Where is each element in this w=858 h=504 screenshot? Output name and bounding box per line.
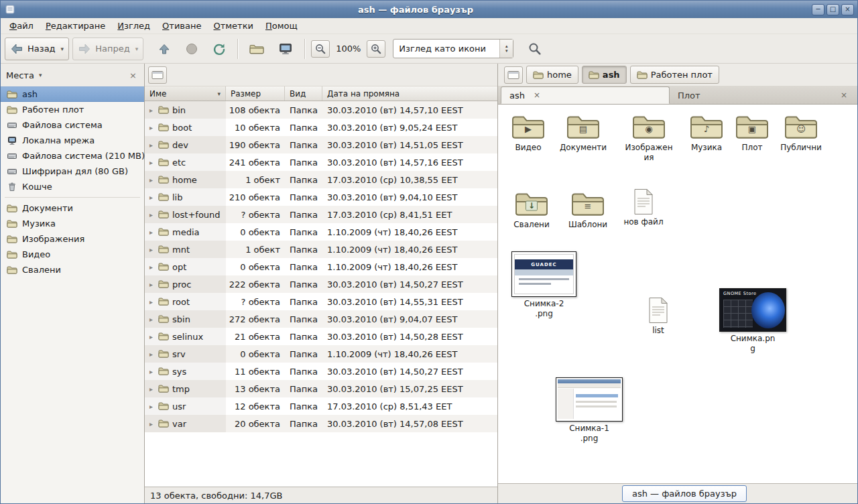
tree-row-opt[interactable]: ▸opt0 обектаПапка1.10.2009 (чт) 18,40,26…: [145, 258, 497, 275]
column-header-date[interactable]: Дата на промяна: [322, 86, 497, 101]
expander-icon[interactable]: ▸: [147, 194, 155, 201]
expander-icon[interactable]: ▸: [147, 403, 155, 410]
path-button-ash[interactable]: ash: [582, 66, 627, 84]
expander-icon[interactable]: ▸: [147, 351, 155, 358]
expander-icon[interactable]: ▸: [147, 281, 155, 288]
sidebar-item-music[interactable]: Музика: [1, 216, 144, 231]
sidebar-item-documents[interactable]: Документи: [1, 200, 144, 216]
expander-icon[interactable]: ▸: [147, 333, 155, 340]
sidebar-item-pictures[interactable]: Изображения: [1, 231, 144, 247]
file-item-snimka-2[interactable]: GUADECСнимка-2.png: [511, 251, 576, 319]
sidebar-pane-selector[interactable]: Места ▾: [6, 70, 127, 80]
sidebar-item-local-network[interactable]: Локална мрежа: [1, 133, 144, 148]
expander-icon[interactable]: ▸: [147, 107, 155, 114]
taskbar-window-button[interactable]: ash — файлов браузър: [622, 485, 747, 502]
computer-button[interactable]: [273, 38, 298, 60]
expander-icon[interactable]: ▸: [147, 420, 155, 428]
sidebar-item-trash[interactable]: Кошче: [1, 179, 144, 194]
file-item-snimka[interactable]: GNOME StoreСнимка.png: [719, 288, 786, 354]
expander-icon[interactable]: ▸: [147, 316, 155, 323]
tree-row-sbin[interactable]: ▸sbin272 обектаПапка30.03.2010 (вт) 9,04…: [145, 310, 497, 328]
tab-close-icon[interactable]: ×: [532, 90, 542, 100]
back-history-chevron-icon[interactable]: ▾: [60, 46, 64, 52]
tree-row-bin[interactable]: ▸bin108 обектаПапка30.03.2010 (вт) 14,57…: [145, 101, 497, 119]
tree-row-mnt[interactable]: ▸mnt1 обектПапка1.10.2009 (чт) 18,40,26 …: [145, 241, 497, 258]
expander-icon[interactable]: ▸: [147, 263, 155, 271]
tree-row-root[interactable]: ▸root? обектаПапка30.03.2010 (вт) 14,55,…: [145, 293, 497, 310]
expander-icon[interactable]: ▸: [147, 229, 155, 236]
sidebar-item-videos[interactable]: Видео: [1, 247, 144, 262]
pathbar-pane-button[interactable]: [504, 66, 523, 84]
menu-edit[interactable]: Редактиране: [40, 18, 111, 34]
expander-icon[interactable]: ▸: [147, 368, 155, 375]
file-item-snimka-1[interactable]: Снимка-1.png: [556, 377, 623, 444]
expander-icon[interactable]: ▸: [147, 176, 155, 184]
tree-row-lib[interactable]: ▸lib210 обектаПапка30.03.2010 (вт) 9,04,…: [145, 188, 497, 206]
file-item-pictures[interactable]: ◉Изображения: [621, 113, 677, 163]
titlebar[interactable]: ash — файлов браузър ─ □ ×: [1, 1, 857, 18]
tree-row-boot[interactable]: ▸boot10 обектаПапка30.03.2010 (вт) 9,05,…: [145, 119, 497, 136]
column-header-name[interactable]: Име▾: [145, 86, 226, 101]
search-button[interactable]: [522, 38, 548, 60]
file-item-public[interactable]: ☺Публични: [773, 113, 829, 153]
file-item-downloads[interactable]: ↓Свалени: [503, 190, 560, 230]
tree-row-proc[interactable]: ▸proc222 обектаПапка30.03.2010 (вт) 14,5…: [145, 275, 497, 293]
up-button[interactable]: [152, 38, 176, 60]
expander-icon[interactable]: ▸: [147, 124, 155, 131]
tree-row-srv[interactable]: ▸srv0 обектаПапка1.10.2009 (чт) 18,40,26…: [145, 345, 497, 363]
file-item-desktop[interactable]: ▣Плот: [724, 113, 780, 153]
tree-row-lost+found[interactable]: ▸lost+found? обектаПапка17.03.2010 (ср) …: [145, 206, 497, 223]
expander-icon[interactable]: ▸: [147, 211, 155, 218]
stop-button[interactable]: [180, 38, 204, 60]
menu-bookmarks[interactable]: Отметки: [208, 18, 260, 34]
tree-row-media[interactable]: ▸media0 обектаПапка1.10.2009 (чт) 18,40,…: [145, 223, 497, 241]
menu-help[interactable]: Помощ: [259, 18, 304, 34]
zoom-in-button[interactable]: [367, 40, 385, 58]
tab-plot[interactable]: Плот ×: [670, 86, 857, 104]
view-mode-select[interactable]: Изглед като икони ▴▾: [393, 39, 513, 58]
tree-row-selinux[interactable]: ▸selinux21 обектаПапка30.03.2010 (вт) 14…: [145, 328, 497, 345]
sidebar-item-desktop[interactable]: Работен плот: [1, 102, 144, 117]
zoom-out-button[interactable]: [311, 40, 330, 58]
tree-row-usr[interactable]: ▸usr12 обектаПапка17.03.2010 (ср) 8,51,4…: [145, 397, 497, 415]
expander-icon[interactable]: ▸: [147, 298, 155, 306]
path-button-home[interactable]: home: [526, 66, 578, 84]
menu-go[interactable]: Отиване: [156, 18, 207, 34]
file-item-new-file[interactable]: нов файл: [615, 188, 672, 227]
expander-icon[interactable]: ▸: [147, 141, 155, 149]
column-header-kind[interactable]: Вид: [285, 86, 322, 101]
expander-icon[interactable]: ▸: [147, 385, 155, 393]
maximize-button[interactable]: □: [826, 4, 839, 15]
tree-row-home[interactable]: ▸home1 обектПапка17.03.2010 (ср) 10,38,5…: [145, 171, 497, 188]
tree-row-etc[interactable]: ▸etc241 обектаПапка30.03.2010 (вт) 14,57…: [145, 153, 497, 171]
close-button[interactable]: ×: [841, 4, 854, 15]
file-item-video[interactable]: ▶Видео: [500, 113, 556, 153]
sidebar-item-filesystem-210mb[interactable]: Файлова система (210 MB): [1, 148, 144, 164]
sidebar-close-icon[interactable]: ×: [127, 70, 139, 80]
icon-view[interactable]: ▶Видео▤Документи◉Изображения♪Музика▣Плот…: [498, 105, 857, 483]
file-item-documents[interactable]: ▤Документи: [555, 113, 611, 153]
file-item-list[interactable]: list: [630, 297, 686, 336]
tab-close-icon[interactable]: ×: [839, 90, 849, 100]
pane-location-button[interactable]: [148, 66, 167, 84]
sidebar-item-filesystem[interactable]: Файлова система: [1, 117, 144, 133]
tree-row-sys[interactable]: ▸sys11 обектаПапка30.03.2010 (вт) 14,50,…: [145, 363, 497, 380]
expander-icon[interactable]: ▸: [147, 159, 155, 166]
menu-file[interactable]: Файл: [3, 18, 40, 34]
home-button[interactable]: [244, 38, 269, 60]
sidebar-item-encrypted-80gb[interactable]: Шифриран дял (80 GB): [1, 164, 144, 179]
expander-icon[interactable]: ▸: [147, 246, 155, 253]
reload-button[interactable]: [207, 38, 231, 60]
column-header-size[interactable]: Размер: [226, 86, 285, 101]
path-button-desktop[interactable]: Работен плот: [630, 66, 719, 84]
back-button[interactable]: Назад ▾: [5, 38, 69, 60]
combo-arrows-icon[interactable]: ▴▾: [499, 40, 513, 58]
minimize-button[interactable]: ─: [812, 4, 824, 15]
sidebar-item-downloads[interactable]: Свалени: [1, 262, 144, 277]
file-item-templates[interactable]: ≡Шаблони: [560, 190, 616, 230]
sidebar-item-ash[interactable]: ash: [1, 86, 144, 102]
tree-row-dev[interactable]: ▸dev190 обектаПапка30.03.2010 (вт) 14,51…: [145, 136, 497, 153]
tab-ash[interactable]: ash ×: [501, 86, 670, 104]
forward-button[interactable]: Напред ▾: [72, 38, 143, 60]
tree-row-tmp[interactable]: ▸tmp13 обектаПапка30.03.2010 (вт) 15,07,…: [145, 380, 497, 397]
